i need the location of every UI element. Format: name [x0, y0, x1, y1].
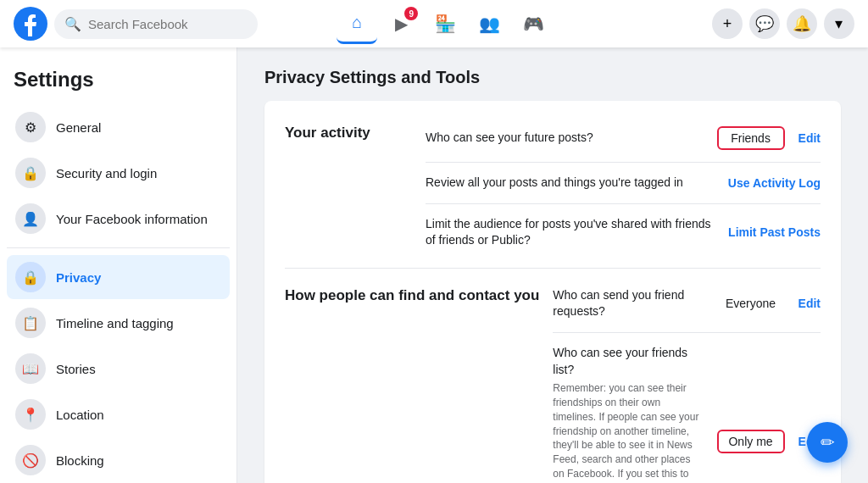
friend-requests-row: Who can send you friend requests? Everyo… — [553, 275, 821, 333]
main-layout: Settings ⚙ General 🔒 Security and login … — [0, 47, 868, 483]
sidebar-item-privacy[interactable]: 🔒 Privacy — [7, 255, 230, 299]
home-nav-button[interactable]: ⌂ — [337, 3, 377, 44]
privacy-settings-card: Your activity Who can see your future po… — [264, 101, 841, 483]
friends-list-row: Who can see your friends list? Remember:… — [553, 333, 821, 483]
sidebar-item-stories[interactable]: 📖 Stories — [7, 347, 230, 391]
edit-fab-icon: ✏ — [821, 432, 835, 452]
nav-center-icons: ⌂ ▶ 9 🏪 👥 🎮 — [337, 3, 554, 44]
your-activity-section: Your activity Who can see your future po… — [285, 114, 821, 261]
sidebar-item-timeline[interactable]: 📋 Timeline and tagging — [7, 301, 230, 345]
timeline-icon: 📋 — [15, 308, 46, 338]
how-people-find-section: How people can find and contact you Who … — [285, 275, 821, 483]
search-box[interactable]: 🔍 — [54, 9, 258, 39]
security-icon: 🔒 — [15, 158, 46, 188]
limit-past-posts-button[interactable]: Limit Past Posts — [728, 225, 821, 239]
your-activity-label: Your activity — [285, 114, 412, 148]
sidebar-divider-1 — [7, 247, 230, 248]
activity-log-desc: Review all your posts and things you're … — [426, 175, 715, 192]
future-posts-edit-button[interactable]: Edit — [798, 131, 821, 145]
general-icon: ⚙ — [15, 112, 46, 142]
future-posts-value: Friends — [717, 126, 785, 150]
watch-nav-button[interactable]: ▶ 9 — [381, 3, 421, 44]
topnav-actions: + 💬 🔔 ▾ — [712, 8, 854, 39]
sidebar-item-facebook-info[interactable]: 👤 Your Facebook information — [7, 197, 230, 241]
friend-requests-edit-button[interactable]: Edit — [798, 297, 821, 310]
friends-list-note: Remember: you can see their friendships … — [553, 381, 703, 483]
groups-nav-button[interactable]: 👥 — [469, 3, 509, 44]
limit-past-posts-row: Limit the audience for posts you've shar… — [426, 204, 821, 261]
stories-icon: 📖 — [15, 353, 46, 384]
top-navigation: 🔍 ⌂ ▶ 9 🏪 👥 🎮 + 💬 🔔 ▾ — [0, 0, 868, 47]
sidebar-item-security[interactable]: 🔒 Security and login — [7, 151, 230, 195]
location-icon: 📍 — [15, 399, 46, 430]
search-input[interactable] — [88, 17, 248, 31]
privacy-icon: 🔒 — [15, 262, 46, 292]
sidebar-item-facebook-info-label: Your Facebook information — [56, 212, 208, 226]
friend-requests-value: Everyone — [717, 293, 785, 314]
blocking-icon: 🚫 — [15, 445, 46, 475]
sidebar-item-blocking[interactable]: 🚫 Blocking — [7, 438, 230, 482]
sidebar-item-security-label: Security and login — [56, 166, 157, 180]
sidebar-item-location-label: Location — [56, 408, 104, 422]
future-posts-row: Who can see your future posts? Friends E… — [426, 114, 821, 163]
marketplace-nav-button[interactable]: 🏪 — [425, 3, 465, 44]
sidebar-item-general-label: General — [56, 120, 101, 135]
sidebar-title: Settings — [7, 61, 230, 105]
activity-log-row: Review all your posts and things you're … — [426, 163, 821, 204]
facebook-info-icon: 👤 — [15, 203, 46, 234]
friend-requests-desc: Who can send you friend requests? — [553, 287, 703, 320]
friends-list-desc: Who can see your friends list? Remember:… — [553, 345, 703, 483]
page-title: Privacy Settings and Tools — [264, 68, 841, 87]
messenger-button[interactable]: 💬 — [749, 8, 780, 39]
facebook-logo[interactable] — [14, 7, 47, 41]
edit-fab[interactable]: ✏ — [807, 422, 848, 463]
notifications-button[interactable]: 🔔 — [787, 8, 817, 39]
gaming-nav-button[interactable]: 🎮 — [513, 3, 554, 44]
future-posts-desc: Who can see your future posts? — [426, 130, 704, 147]
limit-past-posts-desc: Limit the audience for posts you've shar… — [426, 216, 715, 249]
account-menu-button[interactable]: ▾ — [824, 8, 854, 39]
create-button[interactable]: + — [712, 8, 743, 39]
main-content: Privacy Settings and Tools Your activity… — [237, 47, 868, 483]
sidebar-item-blocking-label: Blocking — [56, 453, 104, 468]
section-divider — [285, 268, 821, 269]
search-icon: 🔍 — [64, 16, 81, 32]
how-people-find-label: How people can find and contact you — [285, 275, 539, 313]
sidebar-item-general[interactable]: ⚙ General — [7, 105, 230, 149]
watch-badge: 9 — [404, 7, 418, 20]
friends-list-question: Who can see your friends list? — [553, 346, 687, 376]
sidebar-item-timeline-label: Timeline and tagging — [56, 316, 174, 330]
activity-log-button[interactable]: Use Activity Log — [728, 176, 821, 190]
sidebar-item-stories-label: Stories — [56, 362, 96, 376]
sidebar: Settings ⚙ General 🔒 Security and login … — [0, 47, 237, 483]
sidebar-item-location[interactable]: 📍 Location — [7, 392, 230, 436]
sidebar-item-privacy-label: Privacy — [56, 270, 101, 285]
friends-list-value: Only me — [717, 430, 785, 453]
